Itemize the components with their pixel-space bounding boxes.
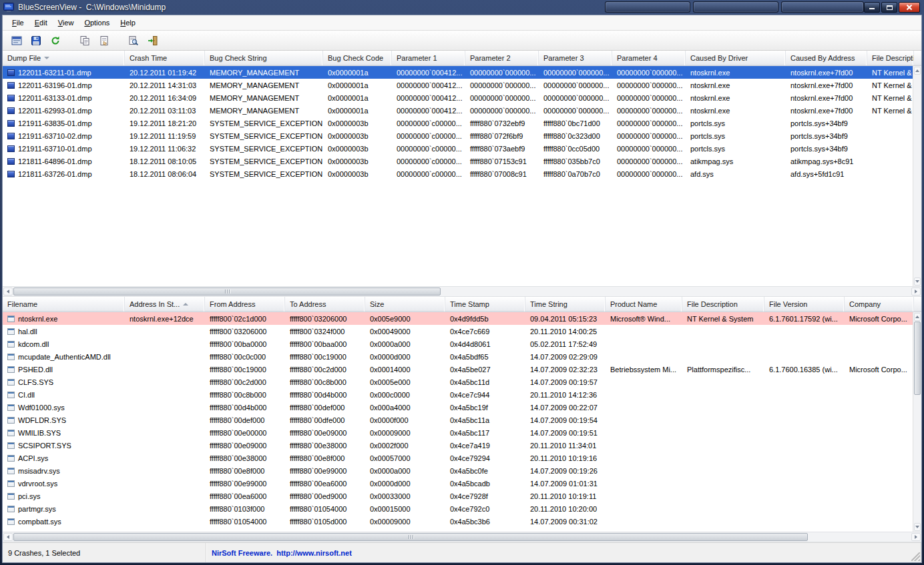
lower-vertical-scrollbar[interactable] bbox=[913, 312, 921, 532]
upper_table-column-header[interactable]: Caused By Driver bbox=[686, 51, 786, 65]
upper_table-row[interactable]: 121911-63710-02.dmp19.12.2011 11:19:59SY… bbox=[3, 129, 921, 142]
lower_table-row[interactable]: msisadrv.sysfffff880`00e8f000fffff880`00… bbox=[3, 464, 921, 477]
upper-horizontal-scrollbar[interactable] bbox=[3, 286, 921, 297]
lower_table-column-header[interactable]: File Description bbox=[682, 297, 764, 312]
lower_table-column-header[interactable]: To Address bbox=[285, 297, 365, 312]
menu-options[interactable]: Options bbox=[79, 17, 115, 29]
lower_table-row[interactable]: WDFLDR.SYSfffff880`00def000fffff880`00df… bbox=[3, 414, 921, 426]
lower_table-column-header[interactable]: Time Stamp bbox=[445, 297, 525, 312]
scroll-right-arrow[interactable] bbox=[911, 288, 921, 296]
lower_table-row[interactable]: PSHED.dllfffff880`00c19000fffff880`00c2d… bbox=[3, 363, 921, 376]
upper_table-cell: ntoskrnl.exe bbox=[686, 104, 786, 117]
find-button[interactable] bbox=[126, 33, 141, 48]
vertical-scroll-thumb[interactable] bbox=[914, 322, 921, 395]
scroll-up-arrow[interactable] bbox=[914, 313, 921, 321]
upper-vertical-scrollbar[interactable] bbox=[913, 66, 921, 286]
upper_table-column-header[interactable]: Bug Check Code bbox=[323, 51, 392, 65]
lower_table-row[interactable]: CLFS.SYSfffff880`00c2d000fffff880`00c8b0… bbox=[3, 376, 921, 388]
upper_table-row[interactable]: 122011-63211-01.dmp20.12.2011 01:19:42ME… bbox=[3, 66, 921, 79]
upper_table-column-header[interactable]: Bug Check String bbox=[205, 51, 323, 65]
save-button[interactable] bbox=[29, 33, 43, 48]
titlebar[interactable]: BlueScreenView - C:\Windows\Minidump bbox=[0, 0, 924, 15]
lower_table-row[interactable]: Wdf01000.sysfffff880`00d4b000fffff880`00… bbox=[3, 401, 921, 414]
lower_table-column-header[interactable]: From Address bbox=[205, 297, 285, 312]
cell-text: fffff880`00e99000 bbox=[290, 467, 346, 475]
menu-edit[interactable]: Edit bbox=[29, 17, 53, 29]
lower_table-column-header[interactable]: Address In St... bbox=[125, 297, 205, 312]
lower_table-cell bbox=[845, 426, 914, 439]
lower_table-row[interactable]: CI.dllfffff880`00c8b000fffff880`00d4b000… bbox=[3, 388, 921, 401]
menubar: File Edit View Options Help bbox=[3, 15, 921, 31]
lower_table-row[interactable]: kdcom.dllfffff800`00ba0000fffff800`00baa… bbox=[3, 338, 921, 350]
cell-text: 0x4ce7c944 bbox=[450, 391, 489, 399]
lower-horizontal-scrollbar[interactable] bbox=[3, 532, 921, 542]
crash-properties-button[interactable] bbox=[9, 33, 24, 48]
lower_table-row[interactable]: hal.dllfffff800`03206000fffff800`0324f00… bbox=[3, 325, 921, 338]
copy-button[interactable] bbox=[77, 33, 92, 48]
lower_table-row[interactable]: ntoskrnl.exentoskrnl.exe+12dcefffff800`0… bbox=[3, 312, 921, 325]
exit-button[interactable] bbox=[146, 33, 160, 48]
minimize-button[interactable] bbox=[864, 2, 880, 13]
upper_table-row[interactable]: 122011-63196-01.dmp20.12.2011 14:31:03ME… bbox=[3, 79, 921, 91]
horizontal-scroll-thumb[interactable] bbox=[13, 533, 808, 541]
cell-text: 0x0000d000 bbox=[370, 480, 411, 488]
resize-grip[interactable] bbox=[911, 552, 920, 561]
lower_table-body: ntoskrnl.exentoskrnl.exe+12dcefffff800`0… bbox=[3, 312, 921, 532]
upper_table-row[interactable]: 122011-62993-01.dmp20.12.2011 03:11:03ME… bbox=[3, 104, 921, 117]
upper_table-column-header[interactable]: Parameter 2 bbox=[465, 51, 539, 65]
properties-button[interactable] bbox=[97, 33, 111, 48]
lower_table-cell: 0x0002f000 bbox=[365, 439, 445, 452]
cell-text: fffff880`00d4b000 bbox=[290, 391, 346, 399]
lower_table-row[interactable]: compbatt.sysfffff880`01054000fffff880`01… bbox=[3, 515, 921, 528]
upper_table-cell: 00000000`c00000... bbox=[392, 167, 465, 180]
lower_table-column-header[interactable]: Company bbox=[845, 297, 914, 312]
upper_table-row[interactable]: 121811-64896-01.dmp18.12.2011 08:10:05SY… bbox=[3, 155, 921, 167]
menu-view[interactable]: View bbox=[53, 17, 79, 29]
lower_table-row[interactable]: ACPI.sysfffff880`00e38000fffff880`00e8f0… bbox=[3, 452, 921, 464]
scroll-left-arrow[interactable] bbox=[3, 288, 13, 296]
copy-icon bbox=[79, 35, 90, 46]
lower_table-cell: Microsoft Corpo... bbox=[845, 312, 914, 325]
nirsoft-link[interactable]: NirSoft Freeware. http://www.nirsoft.net bbox=[212, 549, 352, 557]
upper_table-column-header[interactable]: Parameter 1 bbox=[392, 51, 465, 65]
close-button[interactable] bbox=[899, 2, 920, 13]
scroll-right-arrow[interactable] bbox=[911, 533, 921, 541]
horizontal-scroll-thumb[interactable] bbox=[13, 288, 441, 296]
lower_table-row[interactable]: partmgr.sysfffff880`0103f000fffff880`010… bbox=[3, 502, 921, 515]
lower_table-column-header[interactable]: Filename bbox=[3, 297, 125, 312]
lower_table-row[interactable]: SCSIPORT.SYSfffff880`00e09000fffff880`00… bbox=[3, 439, 921, 452]
upper_table-column-header[interactable]: Crash Time bbox=[125, 51, 205, 65]
dump-file-icon bbox=[7, 171, 15, 177]
scroll-left-arrow[interactable] bbox=[3, 533, 13, 541]
cell-text: 00000000`c00000... bbox=[397, 145, 462, 153]
lower_table-cell bbox=[125, 338, 205, 350]
upper_table-column-header[interactable]: Parameter 3 bbox=[539, 51, 612, 65]
upper_table-row[interactable]: 122011-63133-01.dmp20.12.2011 16:34:09ME… bbox=[3, 91, 921, 104]
lower_table-column-header[interactable]: Product Name bbox=[606, 297, 682, 312]
upper_table-column-header[interactable]: Parameter 4 bbox=[612, 51, 686, 65]
scroll-down-arrow[interactable] bbox=[914, 523, 921, 531]
lower_table-column-header[interactable]: File Version bbox=[764, 297, 845, 312]
lower_table-row[interactable]: WMILIB.SYSfffff880`00e00000fffff880`00e0… bbox=[3, 426, 921, 439]
upper_table-cell: 00000000`000412... bbox=[392, 104, 465, 117]
lower_table-row[interactable]: mcupdate_AuthenticAMD.dllfffff880`00c0c0… bbox=[3, 350, 921, 363]
lower_table-cell: 14.07.2009 00:31:02 bbox=[525, 515, 606, 528]
menu-file[interactable]: File bbox=[7, 17, 29, 29]
maximize-button[interactable] bbox=[881, 2, 897, 13]
upper_table-column-header[interactable]: Dump File bbox=[3, 51, 125, 65]
menu-help[interactable]: Help bbox=[115, 17, 141, 29]
upper_table-row[interactable]: 121911-63710-01.dmp19.12.2011 11:06:32SY… bbox=[3, 142, 921, 155]
upper_table-column-header[interactable]: Caused By Address bbox=[786, 51, 867, 65]
upper_table-column-header[interactable]: File Descripti... bbox=[867, 51, 914, 65]
upper_table-header-filler bbox=[914, 51, 921, 65]
lower_table-row[interactable]: pci.sysfffff880`00ea6000fffff880`00ed900… bbox=[3, 490, 921, 502]
lower_table-column-header[interactable]: Size bbox=[365, 297, 445, 312]
scroll-up-arrow[interactable] bbox=[914, 67, 921, 75]
refresh-button[interactable] bbox=[48, 33, 63, 48]
scroll-down-arrow[interactable] bbox=[914, 277, 921, 286]
lower_table-row[interactable]: vdrvroot.sysfffff880`00e99000fffff880`00… bbox=[3, 477, 921, 490]
lower_table-column-header[interactable]: Time String bbox=[525, 297, 606, 312]
cell-text: fffff880`00e99000 bbox=[210, 480, 266, 488]
upper_table-row[interactable]: 121811-63726-01.dmp18.12.2011 08:06:04SY… bbox=[3, 167, 921, 180]
upper_table-row[interactable]: 121911-63835-01.dmp19.12.2011 18:21:20SY… bbox=[3, 117, 921, 129]
